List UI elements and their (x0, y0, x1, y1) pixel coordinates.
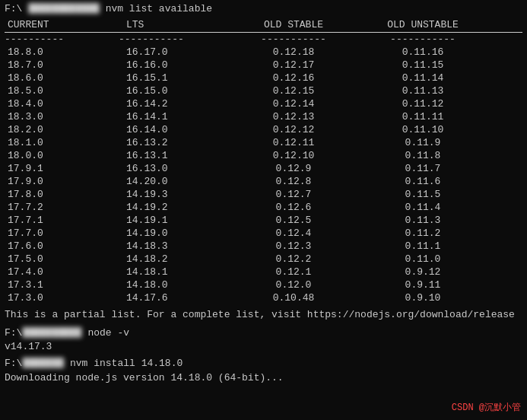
cell-old-unstable-10: 0.11.6 (354, 175, 491, 188)
cell-lts-4: 16.14.2 (119, 97, 233, 110)
cell-old-stable-17: 0.12.1 (233, 266, 354, 278)
cell-old-stable-0: 0.12.18 (233, 46, 354, 59)
table-body: 18.8.0 16.17.0 0.12.18 0.11.16 18.7.0 16… (5, 46, 522, 304)
version-table: CURRENT LTS OLD STABLE OLD UNSTABLE ----… (5, 18, 522, 304)
cell-old-unstable-4: 0.11.12 (354, 97, 491, 110)
cell-current-11: 17.8.0 (5, 188, 119, 201)
cell-old-unstable-15: 0.11.1 (354, 240, 491, 253)
table-row: 17.7.2 14.19.2 0.12.6 0.11.4 (5, 201, 522, 214)
cell-old-stable-1: 0.12.17 (233, 59, 354, 72)
cell-current-3: 18.5.0 (5, 84, 119, 97)
table-row: 17.8.0 14.19.3 0.12.7 0.11.5 (5, 188, 522, 201)
install-cmd-line: F:\███████nvm install 14.18.0 (5, 357, 522, 371)
cell-old-stable-9: 0.12.9 (233, 162, 354, 175)
cell-lts-1: 16.16.0 (119, 59, 233, 72)
cell-old-unstable-16: 0.11.0 (354, 253, 491, 266)
table-row: 18.2.0 16.14.0 0.12.12 0.11.10 (5, 123, 522, 136)
cell-old-unstable-9: 0.11.7 (354, 162, 491, 175)
table-header-row: CURRENT LTS OLD STABLE OLD UNSTABLE (5, 18, 522, 33)
cell-old-unstable-14: 0.11.2 (354, 227, 491, 240)
cell-current-17: 17.4.0 (5, 266, 119, 278)
cell-lts-13: 14.19.1 (119, 214, 233, 227)
node-version-line: v14.17.3 (5, 340, 522, 354)
cell-old-stable-11: 0.12.7 (233, 188, 354, 201)
cell-lts-15: 14.18.3 (119, 240, 233, 253)
cell-old-stable-10: 0.12.8 (233, 175, 354, 188)
cell-lts-6: 16.14.0 (119, 123, 233, 136)
cmd-path-1: F:\ (5, 327, 22, 339)
table-row: 17.5.0 14.18.2 0.12.2 0.11.0 (5, 253, 522, 266)
cell-current-16: 17.5.0 (5, 253, 119, 266)
path-prefix: F:\ (5, 3, 22, 14)
path-blurred: ████████████ (28, 3, 100, 14)
cell-current-12: 17.7.2 (5, 201, 119, 214)
cell-old-stable-16: 0.12.2 (233, 253, 354, 266)
cell-old-stable-8: 0.12.10 (233, 149, 354, 162)
cell-lts-2: 16.15.1 (119, 72, 233, 84)
table-row: 17.9.1 16.13.0 0.12.9 0.11.7 (5, 162, 522, 175)
watermark: CSDN @沉默小管 (452, 401, 521, 414)
cell-old-unstable-3: 0.11.13 (354, 84, 491, 97)
table-divider: ---------- ----------- ----------- -----… (5, 33, 522, 46)
cell-current-8: 18.0.0 (5, 149, 119, 162)
cell-old-unstable-18: 0.9.11 (354, 278, 491, 291)
table-row: 17.3.0 14.17.6 0.10.48 0.9.10 (5, 291, 522, 304)
header-current: CURRENT (5, 18, 119, 32)
cell-current-1: 18.7.0 (5, 59, 119, 72)
cell-old-unstable-19: 0.9.10 (354, 291, 491, 304)
cell-lts-12: 14.19.2 (119, 201, 233, 214)
header-lts: LTS (119, 18, 233, 32)
cell-lts-19: 14.17.6 (119, 291, 233, 304)
cell-old-stable-4: 0.12.14 (233, 97, 354, 110)
table-row: 18.4.0 16.14.2 0.12.14 0.11.12 (5, 97, 522, 110)
cell-current-14: 17.7.0 (5, 227, 119, 240)
cell-current-4: 18.4.0 (5, 97, 119, 110)
cell-lts-0: 16.17.0 (119, 46, 233, 59)
cell-old-unstable-11: 0.11.5 (354, 188, 491, 201)
footer-text: This is a partial list. For a complete l… (5, 309, 522, 320)
cell-lts-16: 14.18.2 (119, 253, 233, 266)
divider-col3: ----------- (233, 33, 354, 46)
table-row: 17.7.1 14.19.1 0.12.5 0.11.3 (5, 214, 522, 227)
cell-old-stable-15: 0.12.3 (233, 240, 354, 253)
cell-lts-10: 14.20.0 (119, 175, 233, 188)
cell-current-2: 18.6.0 (5, 72, 119, 84)
header-old-unstable: OLD UNSTABLE (354, 18, 491, 32)
cell-current-15: 17.6.0 (5, 240, 119, 253)
cell-lts-3: 16.15.0 (119, 84, 233, 97)
divider-col1: ---------- (5, 33, 119, 46)
cell-old-stable-2: 0.12.16 (233, 72, 354, 84)
command-text: nvm list available (106, 3, 212, 14)
table-row: 17.7.0 14.19.0 0.12.4 0.11.2 (5, 227, 522, 240)
divider-col4: ----------- (354, 33, 491, 46)
cell-current-7: 18.1.0 (5, 136, 119, 149)
cell-current-19: 17.3.0 (5, 291, 119, 304)
table-row: 18.8.0 16.17.0 0.12.18 0.11.16 (5, 46, 522, 59)
table-row: 17.6.0 14.18.3 0.12.3 0.11.1 (5, 240, 522, 253)
cell-current-6: 18.2.0 (5, 123, 119, 136)
table-row: 18.3.0 16.14.1 0.12.13 0.11.11 (5, 110, 522, 123)
install-cmd: nvm install 14.18.0 (70, 358, 183, 369)
install-path: F:\ (5, 358, 22, 369)
cell-old-unstable-0: 0.11.16 (354, 46, 491, 59)
cell-old-stable-7: 0.12.11 (233, 136, 354, 149)
cell-old-unstable-2: 0.11.14 (354, 72, 491, 84)
table-row: 17.9.0 14.20.0 0.12.8 0.11.6 (5, 175, 522, 188)
divider-col2: ----------- (119, 33, 233, 46)
table-row: 18.6.0 16.15.1 0.12.16 0.11.14 (5, 72, 522, 84)
node-v-cmd: node -v (87, 327, 129, 339)
cell-lts-8: 16.13.1 (119, 149, 233, 162)
cell-old-unstable-6: 0.11.10 (354, 123, 491, 136)
cmd-section: F:\██████████node -v v14.17.3 F:\███████… (5, 326, 522, 385)
cell-lts-17: 14.18.1 (119, 266, 233, 278)
cell-old-unstable-8: 0.11.8 (354, 149, 491, 162)
cell-lts-18: 14.18.0 (119, 278, 233, 291)
node-check-line: F:\██████████node -v (5, 326, 522, 340)
header-old-stable: OLD STABLE (233, 18, 354, 32)
cell-current-10: 17.9.0 (5, 175, 119, 188)
cell-lts-7: 16.13.2 (119, 136, 233, 149)
cell-current-5: 18.3.0 (5, 110, 119, 123)
cell-old-stable-13: 0.12.5 (233, 214, 354, 227)
cell-old-unstable-13: 0.11.3 (354, 214, 491, 227)
cell-old-unstable-12: 0.11.4 (354, 201, 491, 214)
